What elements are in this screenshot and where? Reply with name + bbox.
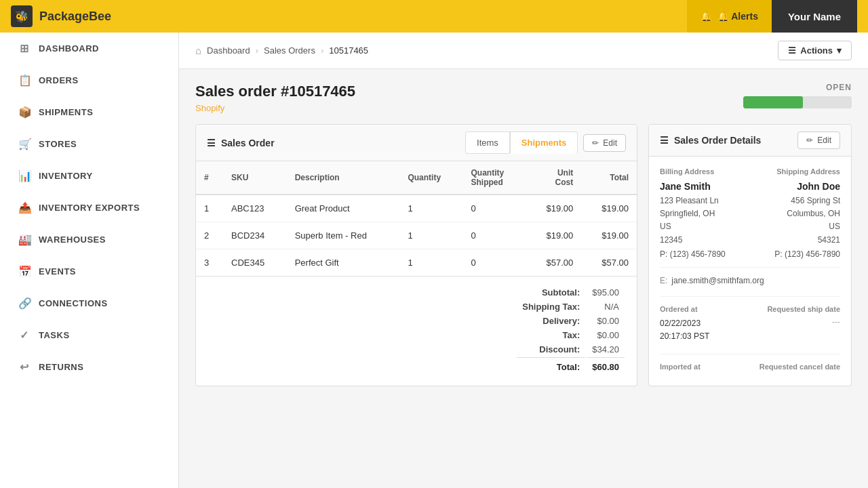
col-total: Total [581,161,637,195]
order-items-table: # SKU Description Quantity QuantityShipp… [196,161,637,276]
breadcrumb: ⌂ Dashboard › Sales Orders › 10517465 [195,45,368,56]
row-total: $19.00 [581,222,637,249]
sidebar-label-stores: STORES [39,139,77,149]
sidebar-label-inventory: INVENTORY [39,171,93,181]
sidebar: ⊞ DASHBOARD 📋 ORDERS 📦 SHIPMENTS 🛒 STORE… [0,33,179,488]
sidebar-item-dashboard[interactable]: ⊞ DASHBOARD [0,33,178,64]
col-qty-shipped: QuantityShipped [463,161,526,195]
discount-value: $34.20 [587,343,625,356]
connections-icon: 🔗 [18,297,31,310]
row-qty-shipped: 0 [463,249,526,277]
card-header-controls: Items Shipments ✏ Edit [465,131,626,154]
sidebar-item-connections[interactable]: 🔗 CONNECTIONS [0,287,178,319]
sidebar-label-warehouses: WAREHOUSES [39,235,106,245]
requested-cancel-col: Requested cancel date [750,363,840,375]
imported-section: Imported at Requested cancel date [660,354,840,375]
sidebar-item-inventory[interactable]: 📊 INVENTORY [0,160,178,192]
sidebar-item-inventory-exports[interactable]: 📤 INVENTORY EXPORTS [0,192,178,224]
alerts-button[interactable]: 🔔 🔔 Alerts [687,0,772,33]
breadcrumb-dashboard[interactable]: Dashboard [207,45,250,56]
sidebar-item-returns[interactable]: ↩ RETURNS [0,351,178,383]
details-edit-button[interactable]: ✏ Edit [797,131,840,149]
page-content: Sales order #10517465 Shopify OPEN ☰ [179,69,868,400]
breadcrumb-bar: ⌂ Dashboard › Sales Orders › 10517465 ☰ … [179,33,868,69]
col-unit-cost: UnitCost [526,161,582,195]
tab-items[interactable]: Items [465,131,510,154]
order-status-label: OPEN [743,83,852,92]
tasks-icon: ✓ [18,329,31,342]
username-button[interactable]: Your Name [772,0,857,33]
sidebar-label-inventory-exports: INVENTORY EXPORTS [39,203,140,213]
inventory-exports-icon: 📤 [18,201,31,214]
requested-ship-date-value: --- [750,317,840,327]
sidebar-item-shipments[interactable]: 📦 SHIPMENTS [0,96,178,128]
row-unit-cost: $19.00 [526,222,582,249]
sidebar-item-events[interactable]: 📅 EVENTS [0,256,178,287]
billing-city-state: Springfield, OH [660,207,750,220]
total-value: $60.80 [587,357,625,373]
shipping-tax-value: N/A [587,300,625,313]
order-title-block: Sales order #10517465 Shopify [195,83,355,113]
row-num: 2 [196,222,223,249]
sidebar-label-returns: RETURNS [39,362,83,372]
sidebar-item-stores[interactable]: 🛒 STORES [0,128,178,160]
shipping-city-state: Columbus, OH [750,207,840,220]
sidebar-label-events: EVENTS [39,266,76,277]
shipping-phone: P: (123) 456-7890 [750,249,840,259]
billing-name: Jane Smith [660,181,750,192]
home-icon: ⌂ [195,45,201,56]
billing-header: Billing Address [660,167,750,176]
sidebar-item-warehouses[interactable]: 🏭 WAREHOUSES [0,224,178,256]
edit-label: Edit [603,138,617,148]
details-card-header: ☰ Sales Order Details ✏ Edit [649,125,851,157]
actions-button[interactable]: ☰ Actions ▾ [778,41,852,60]
sidebar-item-tasks[interactable]: ✓ TASKS [0,319,178,351]
col-description: Description [287,161,400,195]
warehouses-icon: 🏭 [18,233,31,246]
row-unit-cost: $57.00 [526,249,582,277]
breadcrumb-sep-1: › [256,45,258,56]
tab-shipments[interactable]: Shipments [510,131,578,154]
returns-icon: ↩ [18,361,31,373]
col-num: # [196,161,223,195]
alerts-label: 🔔 Alerts [717,11,758,22]
ordered-at-col: Ordered at 02/22/2023 20:17:03 PST [660,305,750,343]
total-label: Total: [517,357,585,373]
body-layout: ⊞ DASHBOARD 📋 ORDERS 📦 SHIPMENTS 🛒 STORE… [0,33,868,488]
email-icon: E: [660,276,667,285]
details-label: Sales Order Details [674,135,761,146]
sales-order-edit-button[interactable]: ✏ Edit [583,134,626,152]
ordered-at-time: 20:17:03 PST [660,330,750,343]
two-column-layout: ☰ Sales Order Items Shipments ✏ Edit [195,124,852,386]
username-label: Your Name [788,11,841,22]
breadcrumb-sales-orders[interactable]: Sales Orders [264,45,315,56]
logo-icon: 🐝 [11,5,33,27]
table-row: 2 BCD234 Superb Item - Red 1 0 $19.00 $1… [196,222,637,249]
row-sku: BCD234 [223,222,287,249]
header-right: 🔔 🔔 Alerts Your Name [687,0,857,33]
sidebar-item-orders[interactable]: 📋 ORDERS [0,64,178,96]
subtotal-label: Subtotal: [517,286,585,299]
address-section: Billing Address Jane Smith 123 Pleasant … [660,167,840,259]
row-qty-shipped: 0 [463,195,526,222]
email-value: jane.smith@smithfam.org [671,276,764,285]
shipping-country: US [750,220,840,233]
app-header: 🐝 PackageBee 🔔 🔔 Alerts Your Name [0,0,868,33]
col-sku: SKU [223,161,287,195]
row-quantity: 1 [399,195,462,222]
row-sku: ABC123 [223,195,287,222]
details-body: Billing Address Jane Smith 123 Pleasant … [649,157,851,386]
sales-order-card-header: ☰ Sales Order Items Shipments ✏ Edit [196,125,637,161]
billing-address1: 123 Pleasant Ln [660,195,750,207]
dashboard-icon: ⊞ [18,42,31,55]
actions-icon: ☰ [788,45,796,56]
order-title: Sales order #10517465 [195,83,355,100]
sales-order-card-title: ☰ Sales Order [207,138,275,148]
requested-ship-date-col: Requested ship date --- [750,305,840,343]
actions-label: Actions [800,45,833,56]
details-card: ☰ Sales Order Details ✏ Edit Billing Add… [648,124,852,386]
bell-icon: 🔔 [701,11,712,22]
row-num: 3 [196,249,223,277]
row-sku: CDE345 [223,249,287,277]
imported-at-label: Imported at [660,363,750,371]
